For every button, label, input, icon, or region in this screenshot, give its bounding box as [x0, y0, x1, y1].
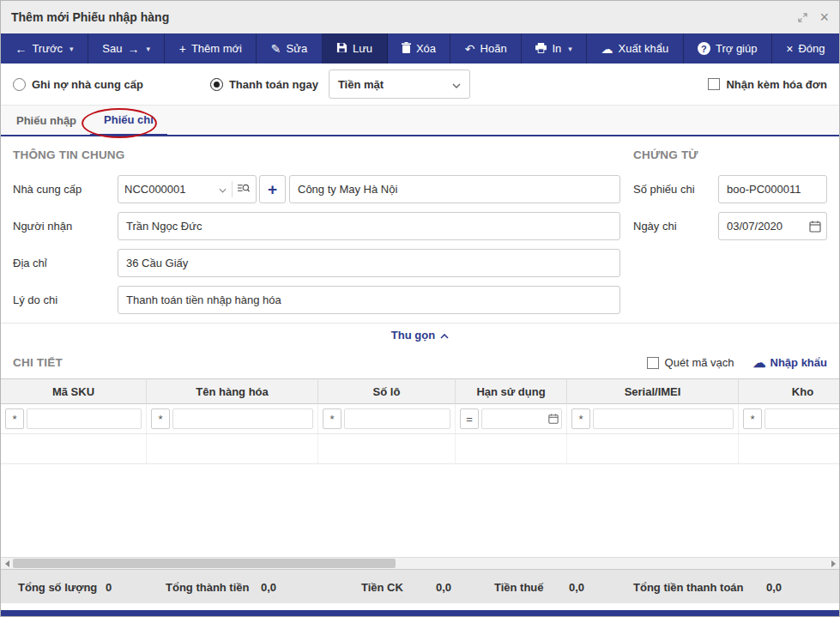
chevron-up-icon: [440, 329, 449, 342]
add-new-button[interactable]: + Thêm mới: [165, 33, 257, 64]
search-icon[interactable]: [238, 183, 250, 197]
date-row: Ngày chi: [633, 212, 827, 240]
column-header-ten-hang-hoa[interactable]: Tên hàng hóa: [147, 378, 318, 404]
filter-operator-button[interactable]: *: [743, 408, 762, 429]
invoice-checkbox[interactable]: Nhận kèm hóa đơn: [708, 78, 827, 91]
radio-pay-now-label: Thanh toán ngay: [229, 78, 318, 91]
grand-total-value: 0,0: [766, 580, 782, 593]
filter-operator-button[interactable]: *: [571, 408, 590, 429]
address-input[interactable]: [118, 249, 620, 277]
filter-operator-button[interactable]: *: [323, 408, 341, 429]
undo-button[interactable]: ↶ Hoãn: [450, 33, 522, 64]
next-button[interactable]: Sau → ▾: [88, 33, 165, 64]
checkbox-unchecked-icon: [708, 78, 720, 90]
print-label: In: [552, 42, 561, 55]
filter-cell-ten-hang-hoa: *: [147, 404, 318, 434]
empty-cell[interactable]: [1, 434, 147, 464]
edit-label: Sửa: [287, 42, 308, 55]
date-label: Ngày chi: [633, 220, 718, 233]
supplier-label: Nhà cung cấp: [13, 183, 118, 196]
resize-icon[interactable]: [798, 13, 807, 22]
detail-header-right: Quét mã vạch ☁ Nhập khẩu: [647, 356, 827, 369]
receiver-row: Người nhận: [13, 212, 620, 240]
calendar-icon[interactable]: [548, 414, 559, 424]
collapse-link[interactable]: Thu gọn: [1, 323, 839, 347]
grid-header: Mã SKU Tên hàng hóa Số lô Hạn sử dụng Se…: [1, 378, 839, 404]
radio-pay-now[interactable]: Thanh toán ngay: [210, 78, 318, 91]
barcode-checkbox-label: Quét mã vạch: [665, 356, 734, 369]
import-link[interactable]: ☁ Nhập khẩu: [753, 356, 827, 369]
column-header-han-su-dung[interactable]: Hạn sử dụng: [456, 378, 567, 404]
edit-button[interactable]: ✎ Sửa: [257, 33, 322, 64]
grand-total-label: Tổng tiền thanh toán: [633, 580, 744, 593]
reason-input[interactable]: [118, 286, 620, 314]
arrow-right-icon: →: [127, 43, 139, 55]
save-icon: [336, 42, 347, 55]
column-header-serial-imei[interactable]: Serial/IMEI: [567, 378, 739, 404]
filter-input-serial-imei[interactable]: [593, 408, 734, 429]
export-button[interactable]: ☁ Xuất khẩu: [587, 33, 683, 64]
empty-cell[interactable]: [456, 434, 567, 464]
pencil-icon: ✎: [271, 43, 281, 55]
printer-icon: [535, 43, 547, 55]
filter-operator-button[interactable]: *: [5, 408, 24, 429]
empty-cell[interactable]: [567, 434, 739, 464]
save-label: Lưu: [353, 42, 372, 55]
grid-empty-row: [1, 434, 839, 464]
filter-input-kho[interactable]: [764, 408, 839, 429]
filter-cell-serial-imei: *: [567, 404, 739, 434]
filter-cell-han-su-dung: =: [456, 404, 567, 434]
save-button[interactable]: Lưu: [323, 33, 388, 64]
detail-header: CHI TIẾT Quét mã vạch ☁ Nhập khẩu: [1, 347, 839, 378]
empty-cell[interactable]: [739, 434, 839, 464]
scroll-right-arrow[interactable]: [827, 558, 839, 569]
close-icon[interactable]: ×: [819, 9, 829, 25]
tab-phieu-chi[interactable]: Phiếu chi: [90, 106, 167, 136]
column-header-so-lo[interactable]: Số lô: [318, 378, 456, 404]
window-bottom-edge: [1, 610, 839, 616]
discount-value: 0,0: [436, 580, 451, 593]
scrollbar-thumb[interactable]: [13, 559, 396, 568]
radio-supplier-debt-label: Ghi nợ nhà cung cấp: [32, 78, 143, 91]
prev-button[interactable]: ← Trước ▾: [1, 33, 88, 64]
add-new-label: Thêm mới: [191, 42, 242, 55]
tab-phieu-nhap[interactable]: Phiếu nhập: [3, 106, 90, 135]
close-button[interactable]: × Đóng: [772, 33, 839, 64]
barcode-checkbox[interactable]: Quét mã vạch: [647, 356, 734, 369]
chevron-down-icon: ▾: [146, 45, 150, 53]
bottom-gap: [1, 603, 839, 610]
calendar-icon[interactable]: [809, 221, 821, 233]
chevron-down-icon: ▾: [69, 45, 74, 53]
filter-operator-button[interactable]: *: [151, 408, 170, 429]
help-label: Trợ giúp: [716, 42, 758, 55]
invoice-checkbox-label: Nhận kèm hóa đơn: [726, 78, 827, 91]
print-button[interactable]: In ▾: [522, 33, 587, 64]
column-header-sku[interactable]: Mã SKU: [1, 378, 147, 404]
tab-phieu-chi-label: Phiếu chi: [104, 113, 154, 126]
dialog-window: Thêm mới Phiếu nhập hàng × ← Trước ▾ Sau…: [0, 0, 840, 617]
supplier-name-input[interactable]: [289, 175, 620, 203]
filter-operator-button[interactable]: =: [460, 408, 479, 429]
payment-options-row: Ghi nợ nhà cung cấp Thanh toán ngay Tiền…: [1, 64, 839, 105]
checkbox-unchecked-icon: [647, 357, 659, 369]
scroll-left-arrow[interactable]: [1, 558, 13, 569]
filter-input-so-lo[interactable]: [344, 408, 450, 429]
column-header-kho[interactable]: Kho: [739, 378, 839, 404]
empty-cell[interactable]: [147, 434, 318, 464]
receiver-input[interactable]: [118, 212, 620, 240]
reason-label: Lý do chi: [13, 293, 118, 306]
add-supplier-button[interactable]: +: [259, 175, 286, 203]
radio-supplier-debt[interactable]: Ghi nợ nhà cung cấp: [13, 78, 143, 91]
cloud-icon: ☁: [753, 356, 766, 369]
supplier-row: Nhà cung cấp NCC000001 +: [13, 175, 620, 203]
tax-value: 0,0: [569, 580, 584, 593]
payment-method-select[interactable]: Tiền mặt: [329, 70, 470, 99]
help-button[interactable]: ? Trợ giúp: [684, 33, 772, 64]
horizontal-scrollbar[interactable]: [1, 557, 839, 569]
filter-input-sku[interactable]: [27, 408, 142, 429]
empty-cell[interactable]: [318, 434, 456, 464]
supplier-code-combo[interactable]: NCC000001: [118, 175, 257, 203]
filter-input-ten-hang-hoa[interactable]: [172, 408, 313, 429]
slip-no-input[interactable]: [718, 175, 827, 203]
delete-button[interactable]: Xóa: [388, 33, 451, 64]
